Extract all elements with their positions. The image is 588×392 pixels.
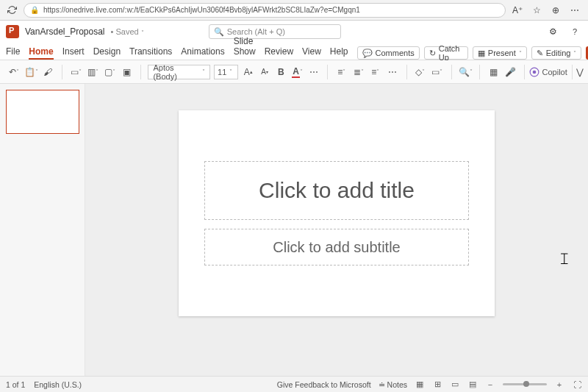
language-status[interactable]: English (U.S.)	[34, 380, 82, 389]
document-title[interactable]: VanArsdel_Proposal	[25, 26, 105, 37]
tab-home[interactable]: Home	[29, 46, 53, 60]
numbering-icon[interactable]: ≣˅	[352, 65, 365, 79]
settings-icon[interactable]: ⚙	[545, 24, 560, 39]
align-icon[interactable]: ≡˅	[369, 65, 382, 79]
title-placeholder[interactable]: Click to add title	[204, 161, 469, 220]
zoom-out-button[interactable]: −	[485, 379, 495, 390]
find-icon[interactable]: 🔍˅	[459, 65, 472, 79]
svg-point-3	[532, 70, 536, 74]
tab-transitions[interactable]: Transitions	[129, 46, 172, 60]
tab-design[interactable]: Design	[93, 46, 121, 60]
fit-view-icon[interactable]: ⛶	[572, 379, 582, 390]
search-input[interactable]: 🔍 Search (Alt + Q)	[209, 24, 341, 39]
ribbon-options-icon[interactable]: ⋁	[576, 65, 584, 79]
reading-view-icon[interactable]: ▭	[450, 379, 460, 390]
slide[interactable]: Click to add title Click to add subtitle	[179, 110, 495, 316]
zoom-in-button[interactable]: +	[554, 379, 564, 390]
layout-icon[interactable]: ▥˅	[86, 65, 99, 79]
new-slide-icon[interactable]: ▭˅	[69, 65, 82, 79]
sorter-view-icon[interactable]: ⊞	[432, 379, 442, 390]
saved-label: • Saved ˅	[111, 27, 144, 36]
status-bar: 1 of 1 English (U.S.) Give Feedback to M…	[0, 376, 588, 392]
url-text: https://onedrive.live.com/:w:/t/EaCKkPs6…	[43, 6, 499, 14]
catch-up-button[interactable]: ↻Catch Up	[424, 46, 468, 60]
browser-address-bar: 🔒 https://onedrive.live.com/:w:/t/EaCKkP…	[0, 0, 588, 21]
ribbon-tabs: File Home Insert Design Transitions Anim…	[0, 43, 588, 60]
arrange-icon[interactable]: ▭˅	[431, 65, 444, 79]
ribbon-toolbar: ↶˅ 📋˅ 🖌 ▭˅ ▥˅ ▢˅ ▣ Aptos (Body)˅ 11˅ A▴ …	[0, 60, 588, 84]
subtitle-placeholder[interactable]: Click to add subtitle	[204, 229, 469, 266]
lock-icon: 🔒	[30, 6, 39, 14]
browser-refresh-button[interactable]	[4, 3, 19, 18]
tab-file[interactable]: File	[6, 46, 20, 60]
decrease-font-icon[interactable]: A▾	[258, 65, 270, 79]
more-browser-icon[interactable]: ⋯	[567, 3, 582, 18]
undo-icon[interactable]: ↶˅	[7, 65, 21, 79]
increase-font-icon[interactable]: A▴	[242, 65, 254, 79]
help-icon[interactable]: ?	[567, 24, 582, 39]
tab-review[interactable]: Review	[265, 46, 293, 60]
powerpoint-logo	[6, 25, 19, 38]
slide-thumbnail-panel[interactable]	[0, 84, 85, 376]
slide-canvas-area[interactable]: Click to add title Click to add subtitle…	[85, 84, 588, 376]
section-icon[interactable]: ▣	[120, 65, 133, 79]
favorite-icon[interactable]: ☆	[529, 3, 544, 18]
editing-mode-button[interactable]: ✎Editing˅	[531, 46, 582, 60]
font-color-icon[interactable]: A˅	[291, 65, 304, 79]
text-cursor-icon: 𝙸	[559, 249, 570, 268]
more-font-icon[interactable]: ⋯	[307, 65, 320, 79]
more-para-icon[interactable]: ⋯	[386, 65, 399, 79]
copilot-button[interactable]: Copilot	[529, 67, 567, 77]
tab-view[interactable]: View	[302, 46, 321, 60]
slide-count[interactable]: 1 of 1	[6, 380, 25, 389]
designer-icon[interactable]: ▦	[487, 65, 500, 79]
workspace: Click to add title Click to add subtitle…	[0, 84, 588, 376]
search-placeholder: Search (Alt + Q)	[227, 27, 285, 36]
comments-button[interactable]: 💬Comments	[357, 46, 420, 60]
paste-icon[interactable]: 📋˅	[24, 65, 37, 79]
font-size-select[interactable]: 11˅	[214, 65, 238, 79]
tab-insert[interactable]: Insert	[62, 46, 85, 60]
dictate-icon[interactable]: 🎤	[503, 65, 517, 79]
collections-icon[interactable]: ⊕	[548, 3, 563, 18]
feedback-link[interactable]: Give Feedback to Microsoft	[277, 380, 371, 389]
shapes-icon[interactable]: ◇˅	[414, 65, 427, 79]
bullets-icon[interactable]: ≡˅	[335, 65, 348, 79]
format-painter-icon[interactable]: 🖌	[41, 65, 54, 79]
tab-help[interactable]: Help	[330, 46, 348, 60]
present-button[interactable]: ▦Present˅	[473, 46, 527, 60]
font-family-select[interactable]: Aptos (Body)˅	[148, 65, 210, 79]
slide-thumbnail-1[interactable]	[6, 90, 79, 134]
search-icon: 🔍	[214, 27, 224, 37]
tab-slideshow[interactable]: Slide Show	[234, 36, 256, 60]
zoom-slider[interactable]	[503, 383, 547, 385]
bold-icon[interactable]: B	[275, 65, 287, 79]
url-field[interactable]: 🔒 https://onedrive.live.com/:w:/t/EaCKkP…	[24, 3, 506, 18]
reading-mode-icon[interactable]: A⁺	[510, 3, 525, 18]
title-bar: VanArsdel_Proposal • Saved ˅ 🔍 Search (A…	[0, 21, 588, 43]
notes-button[interactable]: ≐ Notes	[379, 380, 407, 389]
normal-view-icon[interactable]: ▦	[415, 379, 425, 390]
slideshow-view-icon[interactable]: ▤	[467, 379, 478, 390]
tab-animations[interactable]: Animations	[181, 46, 224, 60]
reset-icon[interactable]: ▢˅	[103, 65, 116, 79]
